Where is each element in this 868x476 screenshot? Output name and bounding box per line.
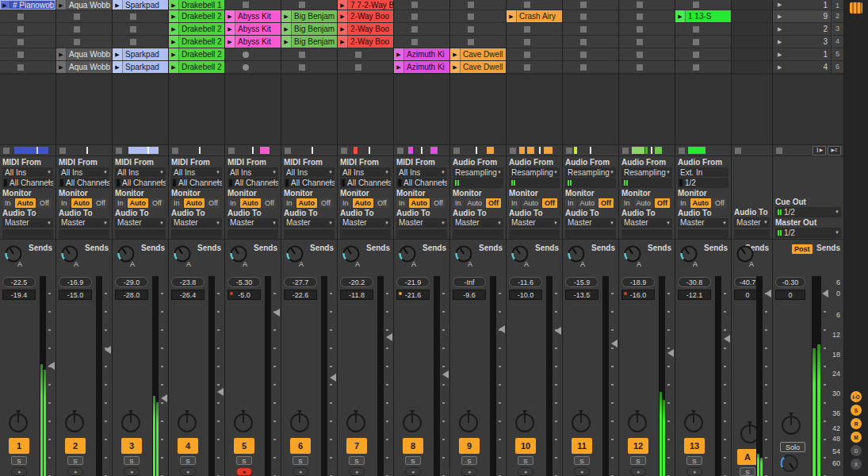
- clip-slot[interactable]: [563, 10, 618, 23]
- output-select[interactable]: Master▼: [59, 218, 109, 228]
- track-activator-button[interactable]: 2: [65, 438, 86, 454]
- clip-slot[interactable]: [338, 61, 393, 74]
- output-select[interactable]: Master▼: [115, 218, 166, 228]
- clip-slot[interactable]: [281, 48, 337, 61]
- clip-stop-button[interactable]: [17, 52, 24, 58]
- clip-slot[interactable]: [675, 23, 731, 36]
- clip-stop-button[interactable]: [580, 13, 587, 20]
- clip-launch-button[interactable]: ▶: [225, 23, 235, 35]
- volume-fader[interactable]: [208, 276, 223, 476]
- clip-slot[interactable]: [0, 48, 55, 61]
- clip-slot[interactable]: ▶Aqua Wobb: [56, 61, 112, 74]
- peak-level-value[interactable]: -22.5: [2, 277, 36, 287]
- output-select[interactable]: Master▼: [509, 218, 560, 228]
- scene-row[interactable]: ▶11: [773, 0, 843, 10]
- clip-slot[interactable]: ▶Crash Airy: [507, 10, 562, 23]
- clip[interactable]: ▶Cave Dwell: [450, 48, 506, 60]
- clip-slot[interactable]: [563, 0, 618, 10]
- clip-stop-button[interactable]: [693, 52, 699, 58]
- solo-button[interactable]: S: [236, 456, 252, 465]
- clip-slot[interactable]: [675, 48, 731, 61]
- clip-slot[interactable]: ▶Big Benjam: [281, 10, 337, 23]
- clip[interactable]: ▶Cave Dwell: [450, 61, 506, 73]
- volume-value[interactable]: -10.0: [509, 290, 542, 300]
- clip-stop-button[interactable]: [637, 26, 643, 33]
- clip[interactable]: ▶Big Benjam: [281, 23, 337, 35]
- peak-level-value[interactable]: -Inf: [453, 277, 486, 287]
- stop-all-track-clips-button[interactable]: [566, 148, 572, 154]
- clip-stop-button[interactable]: [580, 2, 587, 8]
- clip-launch-button[interactable]: ▶: [281, 10, 292, 22]
- clip-stop-button[interactable]: [637, 52, 643, 58]
- peak-level-value[interactable]: -21.9: [396, 277, 430, 287]
- track-activator-button[interactable]: 8: [403, 438, 423, 454]
- clip-stop-button[interactable]: [468, 2, 474, 8]
- volume-fader[interactable]: [659, 276, 673, 476]
- track-activator-button[interactable]: A: [737, 449, 758, 465]
- monitor-auto-button[interactable]: Auto: [296, 198, 318, 208]
- clip-stop-button[interactable]: [693, 39, 699, 45]
- monitor-in-button[interactable]: In: [565, 198, 576, 208]
- clip-stop-button[interactable]: [468, 13, 474, 20]
- input-type-select[interactable]: All Ins▼: [115, 167, 166, 178]
- clip-stop-button[interactable]: [74, 26, 80, 33]
- clip[interactable]: ▶Azimuth Ki: [394, 48, 449, 60]
- monitor-off-button[interactable]: Off: [37, 198, 52, 208]
- pan-knob[interactable]: [4, 409, 33, 436]
- solo-button[interactable]: S: [686, 456, 702, 465]
- clip-slot[interactable]: [619, 23, 675, 36]
- monitor-in-button[interactable]: In: [453, 198, 464, 208]
- master-out-select[interactable]: 1/2▼: [775, 228, 841, 238]
- monitor-off-button[interactable]: Off: [319, 198, 333, 208]
- volume-value[interactable]: -26.4: [171, 290, 205, 300]
- scene-row[interactable]: ▶92: [773, 10, 843, 23]
- volume-value[interactable]: -13.5: [565, 290, 598, 300]
- clip-launch-button[interactable]: ▶: [338, 36, 348, 48]
- clip-launch-button[interactable]: ▶: [507, 10, 517, 22]
- fader-handle[interactable]: [720, 335, 730, 343]
- clip-slot[interactable]: ▶Cave Dwell: [450, 48, 506, 61]
- monitor-off-button[interactable]: Off: [431, 198, 445, 208]
- clip-slot[interactable]: ▶Drakebell 2: [169, 48, 224, 61]
- arm-button[interactable]: ●: [236, 467, 252, 476]
- pan-knob[interactable]: [60, 409, 89, 436]
- clip-stop-button[interactable]: [17, 26, 24, 33]
- volume-value[interactable]: -28.0: [115, 290, 148, 300]
- input-channel-select[interactable]: All Channels▼: [340, 178, 391, 188]
- clip[interactable]: ▶Crash Airy: [507, 10, 562, 22]
- arm-button[interactable]: ●: [67, 467, 83, 476]
- scene-row[interactable]: ▶15: [773, 48, 843, 61]
- volume-fader[interactable]: [152, 276, 166, 476]
- pan-knob[interactable]: [510, 409, 539, 436]
- clip[interactable]: ▶Drakebell 2: [169, 48, 224, 60]
- input-type-select[interactable]: Resampling▼: [453, 167, 503, 178]
- clip-slot[interactable]: ▶Drakebell 2: [169, 36, 224, 48]
- input-type-select[interactable]: Resampling▼: [565, 167, 616, 178]
- monitor-off-button[interactable]: Off: [206, 198, 220, 208]
- clip-slot[interactable]: [281, 0, 337, 10]
- monitor-in-button[interactable]: In: [228, 198, 239, 208]
- clip[interactable]: ▶Abyss Kit: [225, 36, 281, 48]
- output-select[interactable]: Master▼: [565, 218, 616, 228]
- input-type-select[interactable]: Resampling▼: [509, 167, 560, 178]
- monitor-auto-button[interactable]: Auto: [15, 198, 36, 208]
- clip-slot[interactable]: [56, 36, 112, 48]
- volume-value[interactable]: -19.4: [2, 290, 36, 300]
- stop-all-track-clips-button[interactable]: [453, 148, 460, 154]
- clip-slot[interactable]: [563, 23, 618, 36]
- clip-stop-button[interactable]: [17, 64, 24, 71]
- monitor-auto-button[interactable]: Auto: [578, 198, 598, 208]
- toggle-returns-section[interactable]: R: [851, 418, 862, 429]
- fader-handle[interactable]: [326, 374, 336, 382]
- clip-stop-button[interactable]: [299, 64, 305, 71]
- clip-stop-button[interactable]: [524, 52, 530, 58]
- clip-stop-button[interactable]: [637, 64, 643, 71]
- clip-slot[interactable]: ▶Drakebell 2: [169, 23, 224, 36]
- clip-launch-button[interactable]: ▶: [281, 23, 292, 35]
- clip-slot[interactable]: ▶Aqua Wobb: [56, 48, 112, 61]
- volume-fader[interactable]: [812, 276, 828, 476]
- volume-fader[interactable]: [265, 276, 279, 476]
- clip-launch-button[interactable]: ▶: [56, 61, 67, 73]
- input-channel-select[interactable]: All Channels▼: [59, 178, 109, 188]
- clip[interactable]: ▶2-Way Boo: [338, 10, 393, 22]
